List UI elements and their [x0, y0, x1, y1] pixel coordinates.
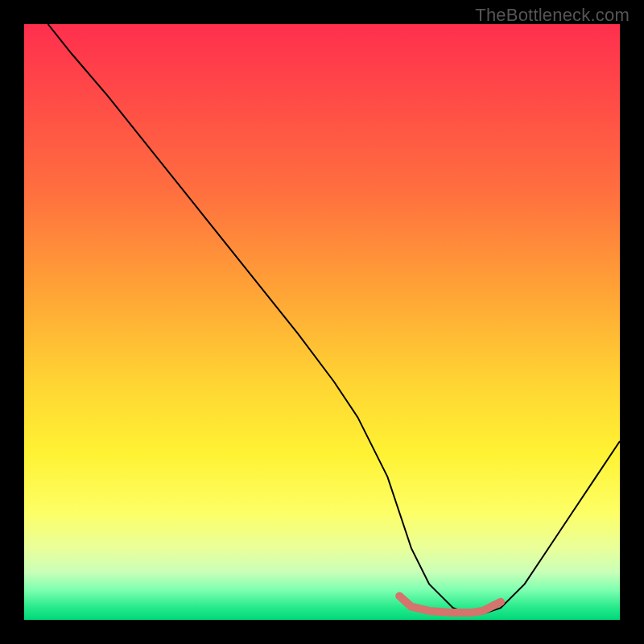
watermark-text: TheBottleneck.com — [475, 5, 630, 26]
chart-frame: TheBottleneck.com — [0, 0, 644, 644]
plot-svg — [24, 24, 620, 620]
bottleneck-curve — [48, 24, 620, 614]
plot-area — [24, 24, 620, 620]
